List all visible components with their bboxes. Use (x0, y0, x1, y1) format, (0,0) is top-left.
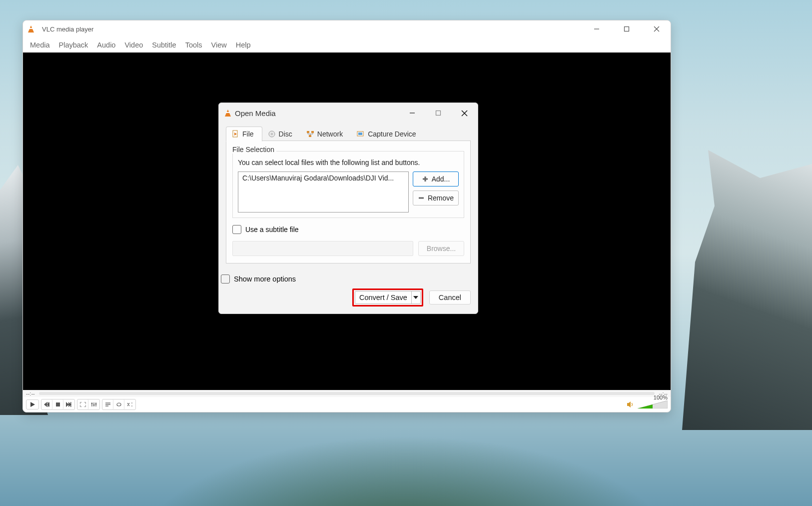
vlc-cone-icon (28, 26, 34, 32)
dialog-minimize-button[interactable] (405, 106, 420, 120)
dialog-titlebar[interactable]: Open Media (219, 103, 478, 123)
volume-percent: 100% (654, 394, 668, 400)
tab-capture-label: Capture Device (368, 130, 416, 138)
svg-point-16 (93, 404, 95, 406)
show-more-options-label: Show more options (234, 275, 296, 283)
cancel-button[interactable]: Cancel (429, 290, 471, 304)
menu-video[interactable]: Video (121, 40, 146, 50)
convert-save-dropdown[interactable] (411, 292, 420, 304)
add-button-label: Add... (432, 175, 450, 183)
svg-rect-1 (625, 27, 629, 32)
svg-marker-21 (627, 402, 631, 408)
tutorial-highlight: Convert / Save (352, 288, 423, 306)
extended-settings-button[interactable] (88, 400, 99, 410)
dialog-tabs: File Disc Network Capture Device (226, 126, 471, 141)
browse-subtitle-button: Browse... (418, 241, 464, 256)
browse-button-label: Browse... (427, 244, 456, 252)
file-selection-description: You can select local files with the foll… (238, 158, 459, 166)
playlist-group (102, 399, 136, 410)
open-media-dialog: Open Media File Disc (218, 102, 478, 314)
fullscreen-button[interactable] (77, 400, 88, 410)
svg-rect-34 (309, 135, 311, 137)
previous-button[interactable] (41, 400, 52, 410)
tab-disc-label: Disc (279, 130, 292, 138)
tab-network[interactable]: Network (301, 126, 351, 142)
menu-tools[interactable]: Tools (182, 40, 205, 50)
loop-button[interactable] (113, 400, 124, 410)
view-group (77, 399, 100, 410)
svg-rect-33 (311, 131, 314, 133)
dialog-title: Open Media (235, 109, 276, 118)
tab-disc[interactable]: Disc (262, 126, 301, 142)
minus-icon (418, 194, 425, 202)
seek-slider[interactable] (39, 392, 655, 395)
svg-marker-5 (44, 402, 47, 407)
play-button[interactable] (26, 400, 39, 410)
tab-file[interactable]: File (226, 126, 262, 142)
svg-point-17 (95, 404, 97, 405)
svg-point-31 (271, 134, 272, 135)
file-icon (231, 130, 239, 138)
vlc-cone-icon (225, 110, 231, 116)
capture-device-icon (357, 130, 365, 138)
elapsed-time[interactable]: --:-- (26, 390, 35, 396)
volume-slider[interactable]: 100% (638, 400, 668, 408)
cancel-button-label: Cancel (439, 294, 461, 302)
maximize-button[interactable] (618, 22, 636, 36)
next-button[interactable] (63, 400, 74, 410)
convert-save-button[interactable]: Convert / Save (355, 291, 421, 304)
menu-media[interactable]: Media (27, 40, 53, 50)
playback-controls: 100% (23, 397, 671, 412)
svg-marker-4 (30, 402, 35, 407)
svg-marker-40 (413, 296, 418, 299)
network-icon (306, 130, 314, 138)
subtitle-path-input (232, 241, 413, 256)
file-tab-panel: File Selection You can select local file… (226, 140, 471, 264)
close-button[interactable] (648, 22, 666, 36)
dialog-close-button[interactable] (457, 106, 472, 120)
svg-rect-32 (307, 131, 309, 133)
remove-button-label: Remove (428, 194, 454, 202)
show-more-options-checkbox[interactable] (221, 274, 230, 284)
menu-audio[interactable]: Audio (94, 40, 118, 50)
svg-rect-11 (70, 402, 71, 407)
main-titlebar[interactable]: VLC media player (23, 20, 671, 38)
main-window-title: VLC media player (42, 26, 588, 33)
remove-button[interactable]: Remove (413, 190, 459, 206)
svg-rect-25 (436, 111, 441, 116)
plus-icon (422, 176, 429, 182)
tab-file-label: File (242, 130, 254, 138)
subtitle-checkbox[interactable] (232, 225, 241, 234)
subtitle-checkbox-label: Use a subtitle file (245, 226, 299, 234)
subtitle-checkbox-row[interactable]: Use a subtitle file (232, 225, 464, 234)
menu-playback[interactable]: Playback (56, 40, 91, 50)
seek-bar-row: --:-- --:-- (23, 390, 671, 397)
menu-subtitle[interactable]: Subtitle (149, 40, 179, 50)
file-selection-group: You can select local files with the foll… (232, 151, 464, 218)
tab-network-label: Network (317, 130, 343, 138)
svg-rect-8 (56, 402, 60, 406)
dialog-footer: Convert / Save Cancel (219, 284, 478, 314)
file-list[interactable]: C:\Users\Manuviraj Godara\Downloads\DJI … (238, 172, 409, 212)
dialog-maximize-button[interactable] (431, 106, 446, 120)
svg-point-15 (91, 403, 93, 404)
file-list-item[interactable]: C:\Users\Manuviraj Godara\Downloads\DJI … (241, 174, 405, 182)
show-more-options-row[interactable]: Show more options (221, 274, 476, 284)
playlist-button[interactable] (102, 400, 113, 410)
svg-rect-36 (358, 132, 362, 135)
skip-group (41, 399, 75, 410)
add-button[interactable]: Add... (413, 172, 459, 186)
disc-icon (268, 130, 276, 138)
wallpaper-decor (682, 150, 812, 430)
tab-capture[interactable]: Capture Device (351, 126, 425, 142)
menu-help[interactable]: Help (233, 40, 254, 50)
convert-save-label: Convert / Save (359, 294, 407, 302)
main-menubar: Media Playback Audio Video Subtitle Tool… (23, 38, 671, 52)
shuffle-button[interactable] (124, 400, 135, 410)
speaker-icon[interactable] (627, 401, 635, 408)
convert-save-main[interactable]: Convert / Save (355, 292, 411, 304)
menu-view[interactable]: View (208, 40, 230, 50)
stop-button[interactable] (52, 400, 63, 410)
file-selection-legend: File Selection (230, 146, 276, 154)
minimize-button[interactable] (588, 22, 606, 36)
